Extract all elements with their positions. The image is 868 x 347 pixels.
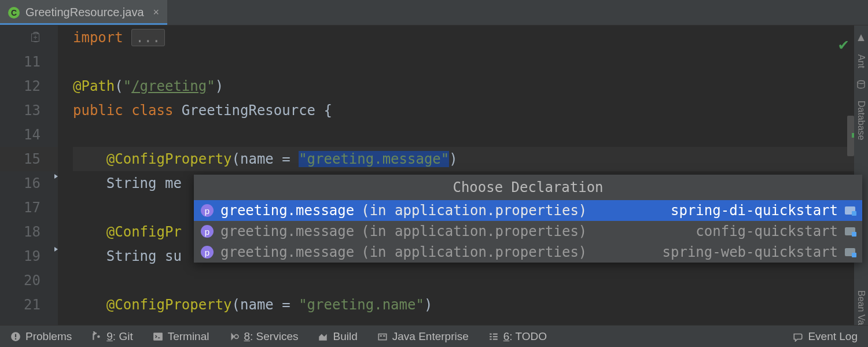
tab-filename: GreetingResource.java [25, 6, 144, 19]
line-number: 19 [0, 244, 41, 268]
svg-rect-9 [380, 335, 381, 336]
line-number: 3+ [0, 25, 41, 50]
java-enterprise-tool-button[interactable]: Java Enterprise [377, 330, 469, 343]
declaration-item[interactable]: p greeting.message (in application.prope… [194, 200, 862, 221]
property-icon: p [201, 225, 214, 238]
terminal-tool-button[interactable]: Terminal [153, 330, 209, 343]
module-folder-icon [845, 248, 855, 256]
line-number: 17 [0, 195, 41, 220]
module-folder-icon [845, 206, 855, 215]
highlighted-string: "greeting.message" [299, 151, 449, 167]
property-icon: p [201, 246, 214, 259]
annotation: @ConfigProperty [106, 151, 232, 167]
line-number: 20 [0, 268, 41, 293]
inspection-ok-icon[interactable]: ✔ [838, 35, 848, 54]
git-icon [91, 331, 102, 342]
line-number: 15 [0, 147, 58, 171]
keyword: import [73, 29, 123, 46]
module-name: config-quickstart [696, 223, 838, 239]
line-number: 16 [0, 171, 41, 195]
problems-tool-button[interactable]: Problems [10, 330, 72, 343]
build-icon [318, 331, 328, 342]
line-number: 13 [0, 98, 41, 123]
path-link[interactable]: /greeting [131, 78, 207, 94]
services-icon [229, 331, 239, 342]
fold-expand-icon[interactable]: + [31, 34, 39, 42]
gutter: 3+ 11 12 13 14 15 16 17 18 19 20 21 [0, 25, 58, 325]
services-tool-button[interactable]: 8: Services [229, 330, 298, 343]
module-name: spring-web-quickstart [663, 244, 838, 260]
close-icon[interactable]: × [150, 6, 160, 19]
ant-tool-button[interactable]: Ant [856, 54, 866, 68]
database-icon [856, 80, 866, 89]
module-name: spring-di-quickstart [671, 202, 838, 219]
svg-rect-3 [15, 338, 16, 339]
todo-tool-button[interactable]: 6: TODO [488, 330, 547, 343]
property-icon: p [201, 204, 214, 217]
terminal-icon [153, 331, 163, 342]
scrollbar[interactable] [847, 116, 854, 156]
svg-rect-8 [378, 334, 387, 339]
choose-declaration-popup: Choose Declaration p greeting.message (i… [194, 175, 862, 263]
declaration-item[interactable]: p greeting.message (in application.prope… [194, 242, 862, 263]
popup-title: Choose Declaration [194, 175, 862, 200]
line-number: 14 [0, 123, 41, 147]
module-folder-icon [845, 227, 855, 235]
editor-tab-bar: C GreetingResource.java × [0, 0, 868, 25]
declaration-label: greeting.message [220, 244, 354, 260]
java-ee-icon [377, 331, 388, 342]
bean-gutter-icon[interactable] [44, 250, 56, 262]
class-file-icon: C [8, 7, 20, 19]
event-log-button[interactable]: Event Log [793, 330, 858, 343]
fold-placeholder[interactable]: ... [131, 29, 164, 46]
declaration-label: greeting.message [220, 223, 354, 239]
declaration-location: (in application.properties) [361, 223, 587, 239]
ant-icon [856, 34, 866, 43]
bean-validation-tool-button[interactable]: Bean Va [856, 290, 866, 325]
git-tool-button[interactable]: 9: Git [91, 330, 133, 343]
svg-point-0 [858, 81, 865, 84]
annotation: @Path [73, 78, 115, 94]
line-number: 18 [0, 220, 41, 244]
svg-point-7 [235, 334, 239, 338]
declaration-location: (in application.properties) [361, 244, 587, 260]
svg-rect-2 [15, 334, 16, 337]
line-number: 11 [0, 50, 41, 74]
declaration-item[interactable]: p greeting.message (in application.prope… [194, 221, 862, 242]
declaration-label: greeting.message [220, 202, 354, 219]
editor-tab[interactable]: C GreetingResource.java × [0, 0, 167, 25]
database-tool-button[interactable]: Database [856, 101, 866, 141]
svg-rect-5 [153, 333, 163, 341]
todo-icon [488, 331, 499, 342]
declaration-location: (in application.properties) [361, 202, 587, 219]
build-tool-button[interactable]: Build [318, 330, 357, 343]
svg-rect-10 [383, 335, 385, 336]
line-number: 21 [0, 293, 41, 317]
bottom-tool-bar: Problems 9: Git Terminal 8: Services Bui… [0, 325, 868, 347]
event-log-icon [793, 331, 803, 342]
svg-point-4 [97, 335, 100, 338]
bean-gutter-icon[interactable] [44, 178, 56, 189]
line-number: 12 [0, 74, 41, 98]
problems-icon [10, 331, 21, 342]
